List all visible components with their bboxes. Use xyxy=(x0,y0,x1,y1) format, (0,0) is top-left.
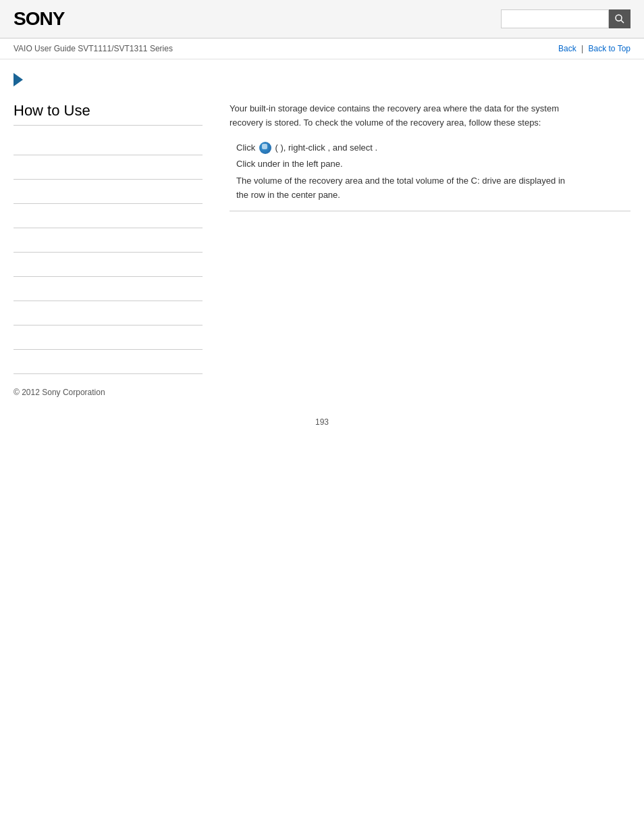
windows-start-icon xyxy=(259,142,271,154)
nav-bar: VAIO User Guide SVT1111/SVT1311 Series B… xyxy=(0,38,644,59)
sidebar-title: How to Use xyxy=(14,102,203,126)
intro-line1: Your built-in storage device contains th… xyxy=(230,103,559,113)
sidebar: How to Use xyxy=(14,88,223,374)
back-link[interactable]: Back xyxy=(558,44,576,53)
nav-title: VAIO User Guide SVT1111/SVT1311 Series xyxy=(14,44,173,53)
step-3-text: The volume of the recovery area and the … xyxy=(236,174,630,203)
sidebar-item[interactable] xyxy=(14,277,203,301)
sony-logo: SONY xyxy=(14,8,64,30)
back-to-top-link[interactable]: Back to Top xyxy=(589,44,630,53)
search-input[interactable] xyxy=(501,9,609,28)
step-2-row: Click under in the left pane. xyxy=(236,157,630,172)
content-intro: Your built-in storage device contains th… xyxy=(230,102,630,130)
svg-point-0 xyxy=(616,15,622,21)
step-3-row: The volume of the recovery area and the … xyxy=(236,174,630,203)
nav-separator: | xyxy=(581,44,585,53)
sidebar-item[interactable] xyxy=(14,325,203,350)
sidebar-item[interactable] xyxy=(14,228,203,253)
sidebar-item[interactable] xyxy=(14,155,203,180)
intro-line2: recovery is stored. To check the volume … xyxy=(230,118,541,128)
sidebar-item[interactable] xyxy=(14,180,203,204)
nav-links: Back | Back to Top xyxy=(558,44,630,53)
sidebar-item[interactable] xyxy=(14,301,203,325)
main-content: How to Use Your built-in storage device … xyxy=(0,88,644,374)
search-icon xyxy=(614,14,625,24)
header: SONY xyxy=(0,0,644,38)
step-1-row: Click ( ), right-click , and select . xyxy=(236,141,630,155)
search-button[interactable] xyxy=(609,9,630,28)
step-2-text: Click under in the left pane. xyxy=(236,157,630,172)
content-divider xyxy=(230,211,630,211)
footer-copyright: © 2012 Sony Corporation xyxy=(0,374,644,404)
svg-line-1 xyxy=(621,20,624,23)
sidebar-item[interactable] xyxy=(14,350,203,374)
breadcrumb xyxy=(0,59,644,88)
breadcrumb-arrow-icon xyxy=(14,73,23,86)
content-area: Your built-in storage device contains th… xyxy=(223,88,630,374)
step-1-text: Click ( ), right-click , and select . xyxy=(236,141,630,155)
sidebar-item[interactable] xyxy=(14,131,203,155)
sidebar-item[interactable] xyxy=(14,253,203,277)
search-box xyxy=(501,9,630,28)
page-number: 193 xyxy=(0,404,644,440)
sidebar-item[interactable] xyxy=(14,204,203,228)
steps-container: Click ( ), right-click , and select . Cl… xyxy=(230,141,630,203)
